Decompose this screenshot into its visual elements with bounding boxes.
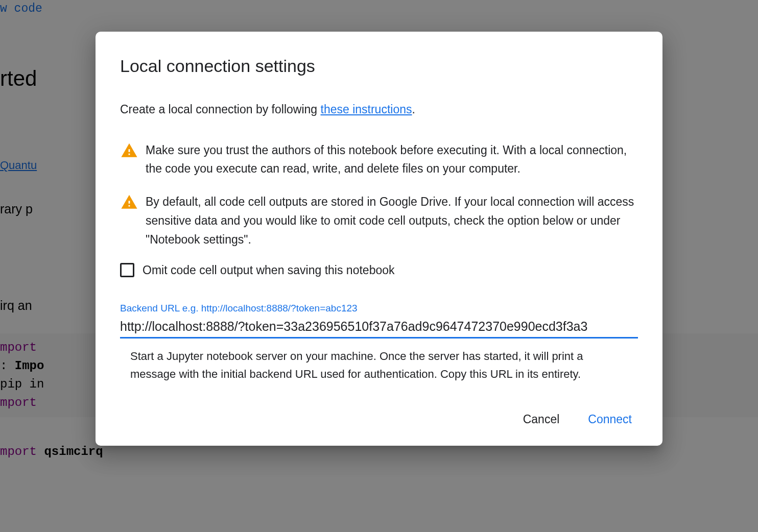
backend-url-help: Start a Jupyter notebook server on your …	[120, 348, 638, 382]
warning-drive-text: By default, all code cell outputs are st…	[146, 192, 638, 249]
warning-icon	[120, 142, 138, 159]
omit-output-label: Omit code cell output when saving this n…	[143, 263, 395, 277]
omit-output-checkbox[interactable]	[120, 263, 134, 277]
modal-overlay: Local connection settings Create a local…	[0, 0, 758, 532]
backend-url-label: Backend URL e.g. http://localhost:8888/?…	[120, 303, 638, 314]
cancel-button[interactable]: Cancel	[521, 408, 562, 430]
warning-icon	[120, 194, 138, 211]
backend-url-input[interactable]	[120, 316, 638, 338]
warning-trust: Make sure you trust the authors of this …	[120, 141, 638, 179]
omit-output-row[interactable]: Omit code cell output when saving this n…	[120, 263, 638, 277]
warning-trust-text: Make sure you trust the authors of this …	[146, 141, 638, 179]
dialog-title: Local connection settings	[120, 56, 638, 76]
connect-button[interactable]: Connect	[586, 408, 634, 430]
warning-drive: By default, all code cell outputs are st…	[120, 192, 638, 249]
dialog-intro: Create a local connection by following t…	[120, 101, 638, 118]
local-connection-dialog: Local connection settings Create a local…	[96, 32, 662, 446]
instructions-link[interactable]: these instructions	[321, 103, 412, 116]
dialog-actions: Cancel Connect	[120, 408, 638, 430]
